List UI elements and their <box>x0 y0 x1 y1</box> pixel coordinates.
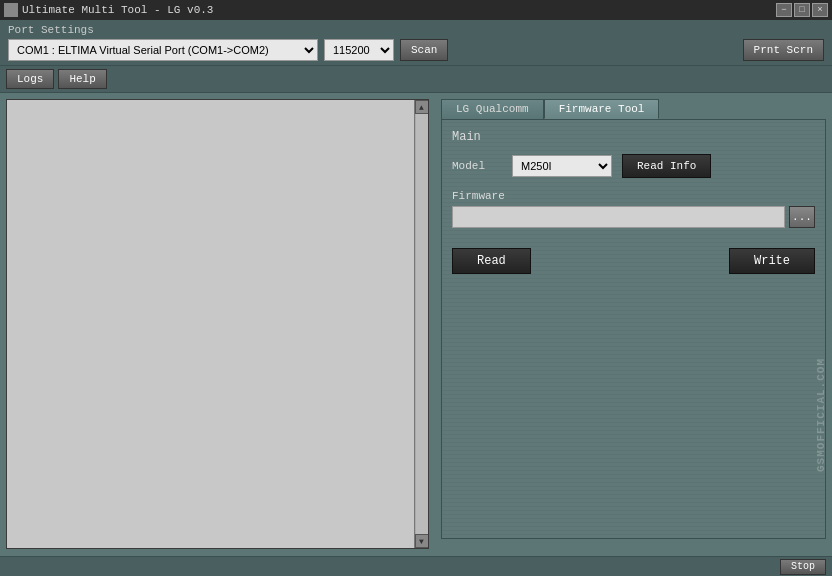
main-window: Port Settings COM1 : ELTIMA Virtual Seri… <box>0 20 832 576</box>
title-bar: Ultimate Multi Tool - LG v0.3 − □ × <box>0 0 832 20</box>
minimize-button[interactable]: − <box>776 3 792 17</box>
tab-lg-qualcomm[interactable]: LG Qualcomm <box>441 99 544 119</box>
read-info-button[interactable]: Read Info <box>622 154 711 178</box>
action-buttons: Read Write <box>452 248 815 274</box>
log-scrollbar[interactable]: ▲ ▼ <box>414 100 428 548</box>
tab-firmware-tool[interactable]: Firmware Tool <box>544 99 660 119</box>
help-button[interactable]: Help <box>58 69 106 89</box>
port-settings-label: Port Settings <box>8 24 824 36</box>
scroll-up-arrow[interactable]: ▲ <box>415 100 429 114</box>
model-label: Model <box>452 160 512 172</box>
app-title: Ultimate Multi Tool - LG v0.3 <box>22 4 213 16</box>
browse-button[interactable]: ... <box>789 206 815 228</box>
write-button[interactable]: Write <box>729 248 815 274</box>
firmware-label: Firmware <box>452 190 815 202</box>
log-box: ▲ ▼ <box>6 99 429 549</box>
scroll-down-arrow[interactable]: ▼ <box>415 534 429 548</box>
com-port-select[interactable]: COM1 : ELTIMA Virtual Serial Port (COM1-… <box>8 39 318 61</box>
print-screen-button[interactable]: Prnt Scrn <box>743 39 824 61</box>
right-panel: LG Qualcomm Firmware Tool Main Model M25… <box>435 93 832 556</box>
port-settings-bar: Port Settings COM1 : ELTIMA Virtual Seri… <box>0 20 832 66</box>
log-panel: ▲ ▼ <box>0 93 435 556</box>
section-main-label: Main <box>452 130 815 144</box>
scroll-track <box>416 114 428 534</box>
status-bar: Stop <box>0 556 832 576</box>
read-button[interactable]: Read <box>452 248 531 274</box>
tab-bar: LG Qualcomm Firmware Tool <box>441 99 826 119</box>
menu-bar: Logs Help <box>0 66 832 93</box>
content-area: ▲ ▼ LG Qualcomm Firmware Tool Main Model… <box>0 93 832 556</box>
firmware-path-input[interactable] <box>452 206 785 228</box>
port-settings-controls: COM1 : ELTIMA Virtual Serial Port (COM1-… <box>8 39 824 61</box>
close-button[interactable]: × <box>812 3 828 17</box>
firmware-row: ... <box>452 206 815 228</box>
baud-rate-select[interactable]: 115200 <box>324 39 394 61</box>
maximize-button[interactable]: □ <box>794 3 810 17</box>
app-icon <box>4 3 18 17</box>
logs-button[interactable]: Logs <box>6 69 54 89</box>
scan-button[interactable]: Scan <box>400 39 448 61</box>
firmware-section: Firmware ... <box>452 190 815 228</box>
tab-content: Main Model M250I Read Info Firmware ... <box>441 119 826 539</box>
model-select[interactable]: M250I <box>512 155 612 177</box>
stop-button[interactable]: Stop <box>780 559 826 575</box>
model-row: Model M250I Read Info <box>452 154 815 178</box>
